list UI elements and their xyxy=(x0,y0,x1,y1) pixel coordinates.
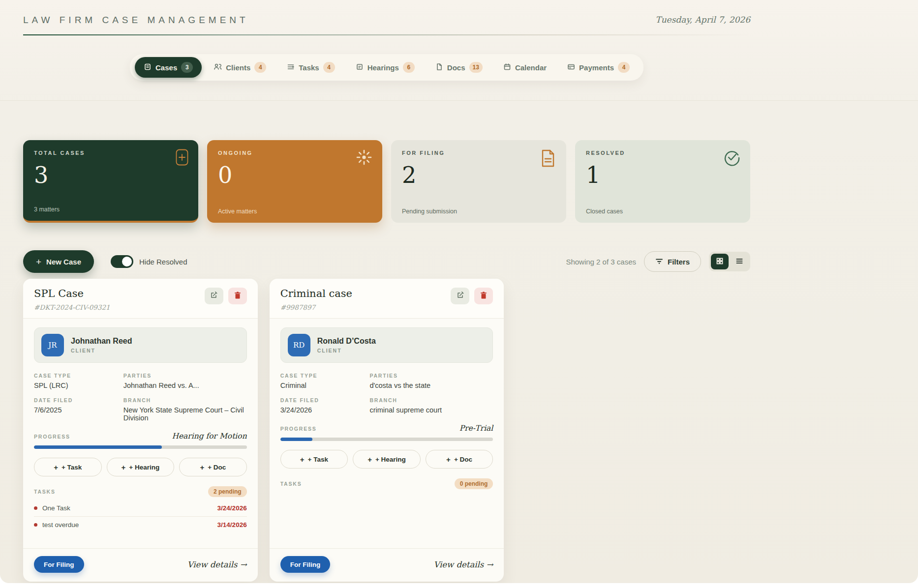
list-view-button[interactable] xyxy=(731,254,748,269)
stat-sublabel: Pending submission xyxy=(402,208,457,215)
stat-label: RESOLVED xyxy=(586,150,739,156)
stats-row: TOTAL CASES 3 3 matters ONGOING 0 Active… xyxy=(23,140,750,223)
tab-calendar[interactable]: Calendar xyxy=(494,58,555,77)
status-badge[interactable]: For Filing xyxy=(280,556,331,573)
grid-view-button[interactable] xyxy=(711,254,729,269)
edit-case-button[interactable] xyxy=(451,288,469,304)
client-row: JR Johnathan Reed CLIENT xyxy=(34,327,247,363)
add-hearing-button[interactable]: ++ Hearing xyxy=(107,458,175,476)
stat-for-filing[interactable]: FOR FILING 2 Pending submission xyxy=(391,140,566,223)
pending-badge: 0 pending xyxy=(455,478,493,489)
hearing-icon xyxy=(356,63,364,72)
document-icon xyxy=(435,63,443,72)
pending-badge: 2 pending xyxy=(208,486,247,497)
tab-payments[interactable]: Payments 4 xyxy=(558,57,639,78)
task-list-icon xyxy=(287,63,295,72)
header: LAW FIRM CASE MANAGEMENT Tuesday, April … xyxy=(0,0,918,101)
avatar: RD xyxy=(288,334,310,356)
tab-label: Hearings xyxy=(367,63,399,72)
main-nav: Cases 3 Clients 4 Tasks 4 xyxy=(130,54,643,81)
tasks-label: TASKS xyxy=(280,481,302,487)
controls-row: + New Case Hide Resolved Showing 2 of 3 … xyxy=(23,250,750,273)
case-title: Criminal case xyxy=(280,288,352,299)
stat-total-cases[interactable]: TOTAL CASES 3 3 matters xyxy=(23,140,198,223)
task-row[interactable]: test overdue 3/14/2026 xyxy=(34,517,247,533)
edit-case-button[interactable] xyxy=(205,288,223,304)
field-label-case-type: CASE TYPE xyxy=(280,373,370,379)
plus-icon: + xyxy=(367,455,372,464)
new-case-label: New Case xyxy=(46,258,81,266)
add-case-icon xyxy=(176,149,188,168)
client-name: Johnathan Reed xyxy=(71,337,132,346)
parties-value: d'costa vs the state xyxy=(369,382,493,389)
stat-value: 2 xyxy=(402,164,555,186)
plus-icon: + xyxy=(446,455,451,464)
tab-label: Clients xyxy=(226,63,250,72)
tab-clients[interactable]: Clients 4 xyxy=(205,57,275,78)
client-role: CLIENT xyxy=(317,348,376,353)
add-doc-button[interactable]: ++ Doc xyxy=(179,458,247,476)
add-task-button[interactable]: ++ Task xyxy=(34,458,102,476)
overdue-dot-icon xyxy=(34,523,37,527)
plus-icon: + xyxy=(121,463,125,471)
credit-card-icon xyxy=(567,63,575,72)
progress-fill xyxy=(34,445,162,449)
stat-sublabel: 3 matters xyxy=(34,206,60,213)
calendar-icon xyxy=(503,63,511,72)
stat-value: 0 xyxy=(218,164,371,186)
stat-resolved[interactable]: RESOLVED 1 Closed cases xyxy=(575,140,750,223)
stat-sublabel: Closed cases xyxy=(586,208,623,215)
add-hearing-label: + Hearing xyxy=(375,456,406,463)
view-details-link[interactable]: View details → xyxy=(433,560,493,569)
tab-hearings[interactable]: Hearings 6 xyxy=(347,57,424,78)
field-label-branch: BRANCH xyxy=(123,397,247,403)
filters-label: Filters xyxy=(668,258,690,266)
add-doc-label: + Doc xyxy=(208,464,226,471)
task-list xyxy=(280,492,493,537)
plus-icon: + xyxy=(300,455,305,464)
case-card: Criminal case #9987897 RD xyxy=(270,279,504,582)
hide-resolved-toggle[interactable] xyxy=(111,255,133,268)
tab-docs[interactable]: Docs 13 xyxy=(427,57,491,78)
tab-cases[interactable]: Cases 3 xyxy=(135,57,202,78)
add-doc-button[interactable]: ++ Doc xyxy=(426,450,493,469)
status-badge[interactable]: For Filing xyxy=(34,556,84,573)
tasks-label: TASKS xyxy=(34,489,56,495)
new-case-button[interactable]: + New Case xyxy=(23,250,94,273)
date-filed-value: 7/6/2025 xyxy=(34,406,123,414)
tab-label: Cases xyxy=(155,63,177,72)
field-label-date-filed: DATE FILED xyxy=(280,397,370,403)
view-toggle xyxy=(709,252,750,271)
progress-fill xyxy=(280,438,312,441)
tab-tasks[interactable]: Tasks 4 xyxy=(278,57,343,78)
case-type-value: Criminal xyxy=(280,382,370,389)
tab-badge: 4 xyxy=(618,62,630,73)
field-label-parties: PARTIES xyxy=(123,373,247,379)
add-task-button[interactable]: ++ Task xyxy=(280,450,348,469)
grid-icon xyxy=(716,257,724,266)
stat-label: FOR FILING xyxy=(402,150,555,156)
avatar: JR xyxy=(41,334,64,356)
showing-count: Showing 2 of 3 cases xyxy=(566,258,636,266)
plus-icon: + xyxy=(54,463,58,471)
task-row[interactable]: One Task 3/24/2026 xyxy=(34,500,247,517)
filters-button[interactable]: Filters xyxy=(644,251,701,272)
client-row: RD Ronald D’Costa CLIENT xyxy=(280,327,493,363)
tab-badge: 6 xyxy=(403,62,415,73)
add-hearing-button[interactable]: ++ Hearing xyxy=(353,450,421,469)
sun-icon xyxy=(356,149,372,168)
page-title: LAW FIRM CASE MANAGEMENT xyxy=(23,15,249,26)
plus-icon: + xyxy=(36,257,41,266)
add-hearing-label: + Hearing xyxy=(129,464,159,471)
stat-ongoing[interactable]: ONGOING 0 Active matters xyxy=(207,140,382,223)
case-title: SPL Case xyxy=(34,288,110,299)
view-details-link[interactable]: View details → xyxy=(187,560,247,569)
delete-case-button[interactable] xyxy=(228,288,247,304)
filter-icon xyxy=(655,258,663,266)
plus-icon: + xyxy=(200,463,204,471)
field-label-date-filed: DATE FILED xyxy=(34,397,123,403)
field-label-parties: PARTIES xyxy=(369,373,493,379)
tab-label: Docs xyxy=(447,63,465,72)
delete-case-button[interactable] xyxy=(474,288,493,304)
tab-label: Payments xyxy=(579,63,614,72)
